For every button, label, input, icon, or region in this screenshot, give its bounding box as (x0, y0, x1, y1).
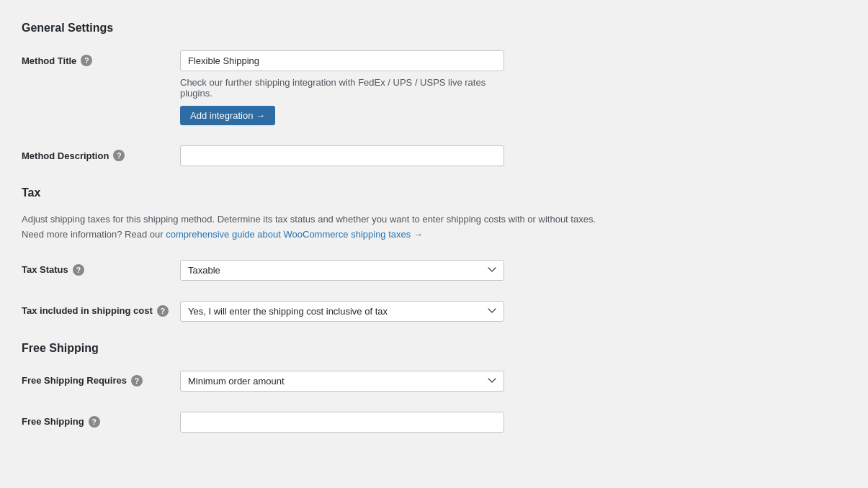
free-shipping-amount-row: Free Shipping ? (22, 409, 846, 435)
free-shipping-section: Free Shipping (22, 342, 846, 355)
tax-included-row: Tax included in shipping cost ? Yes, I w… (22, 298, 846, 325)
method-description-label-col: Method Description ? (22, 145, 180, 161)
free-shipping-amount-help-icon[interactable]: ? (89, 416, 100, 428)
tax-included-help-icon[interactable]: ? (157, 305, 169, 317)
tax-description: Adjust shipping taxes for this shipping … (22, 212, 670, 243)
add-integration-button[interactable]: Add integration → (180, 106, 275, 125)
free-shipping-requires-help-icon[interactable]: ? (131, 375, 143, 387)
method-description-input[interactable] (180, 145, 504, 166)
tax-status-label: Tax Status (22, 264, 68, 275)
free-shipping-amount-label: Free Shipping (22, 416, 84, 427)
free-shipping-amount-control (180, 412, 504, 433)
tax-guide-link[interactable]: comprehensive guide about WooCommerce sh… (166, 229, 423, 240)
method-title-input[interactable] (180, 50, 504, 71)
free-shipping-amount-input[interactable] (180, 412, 504, 433)
method-title-control: Check our further shipping integration w… (180, 50, 504, 125)
free-shipping-requires-row: Free Shipping Requires ? N/A Minimum ord… (22, 368, 846, 394)
free-shipping-requires-select[interactable]: N/A Minimum order amount Coupon Minimum … (180, 371, 504, 392)
method-title-row: Method Title ? Check our further shippin… (22, 48, 846, 128)
tax-description-text1: Adjust shipping taxes for this shipping … (22, 214, 596, 225)
method-description-control (180, 145, 504, 166)
tax-title: Tax (22, 186, 846, 199)
free-shipping-requires-label-col: Free Shipping Requires ? (22, 371, 180, 387)
tax-status-row: Tax Status ? Taxable None (22, 257, 846, 284)
tax-included-control: Yes, I will enter the shipping cost incl… (180, 301, 504, 322)
method-title-help-icon[interactable]: ? (81, 55, 92, 66)
integration-text: Check our further shipping integration w… (180, 77, 504, 99)
tax-section: Tax (22, 186, 846, 199)
free-shipping-requires-control: N/A Minimum order amount Coupon Minimum … (180, 371, 504, 392)
tax-status-select[interactable]: Taxable None (180, 260, 504, 281)
tax-status-label-col: Tax Status ? (22, 260, 180, 276)
tax-status-control: Taxable None (180, 260, 504, 281)
free-shipping-requires-label: Free Shipping Requires (22, 375, 127, 386)
method-description-help-icon[interactable]: ? (113, 150, 125, 161)
tax-included-label-col: Tax included in shipping cost ? (22, 301, 180, 317)
integration-row: Check our further shipping integration w… (180, 77, 504, 125)
free-shipping-title: Free Shipping (22, 342, 846, 355)
tax-included-select[interactable]: Yes, I will enter the shipping cost incl… (180, 301, 504, 322)
method-description-row: Method Description ? (22, 143, 846, 169)
method-title-label-col: Method Title ? (22, 50, 180, 66)
method-description-label: Method Description (22, 150, 109, 161)
tax-included-label: Tax included in shipping cost (22, 305, 153, 316)
tax-status-help-icon[interactable]: ? (73, 264, 84, 276)
tax-description-text2: Need more information? Read our (22, 229, 166, 240)
method-title-label: Method Title (22, 55, 76, 66)
free-shipping-amount-label-col: Free Shipping ? (22, 412, 180, 428)
general-settings-title: General Settings (22, 22, 846, 35)
